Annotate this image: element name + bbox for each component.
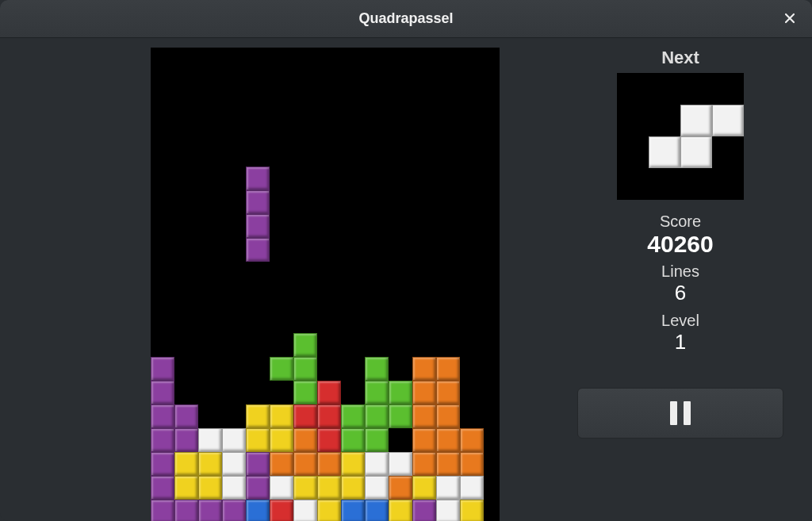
sidebar: Next Score 40260 Lines 6 Level 1 bbox=[549, 38, 812, 521]
block-white bbox=[365, 452, 389, 476]
block-yellow bbox=[412, 476, 436, 500]
content-area: Next Score 40260 Lines 6 Level 1 bbox=[0, 38, 812, 521]
block-yellow bbox=[246, 404, 270, 428]
block-yellow bbox=[317, 476, 341, 500]
block-purple bbox=[246, 452, 270, 476]
block-red bbox=[317, 428, 341, 452]
block-orange bbox=[460, 452, 484, 476]
block-yellow bbox=[341, 476, 365, 500]
block-purple bbox=[246, 167, 270, 190]
block-green bbox=[389, 404, 412, 428]
next-piece-preview bbox=[617, 73, 744, 200]
block-white bbox=[389, 452, 412, 476]
block-orange bbox=[412, 404, 436, 428]
block-yellow bbox=[198, 476, 222, 500]
block-blue bbox=[341, 500, 365, 521]
block-orange bbox=[389, 476, 412, 500]
close-icon bbox=[783, 10, 796, 29]
block-green bbox=[365, 357, 389, 381]
block-green bbox=[270, 357, 293, 381]
block-white bbox=[222, 452, 246, 476]
block-orange bbox=[412, 357, 436, 381]
block-green bbox=[341, 404, 365, 428]
block-white bbox=[436, 476, 460, 500]
block-white bbox=[222, 476, 246, 500]
block-yellow bbox=[246, 428, 270, 452]
level-value: 1 bbox=[675, 330, 686, 354]
block-green bbox=[341, 428, 365, 452]
block-orange bbox=[436, 381, 460, 404]
block-orange bbox=[412, 428, 436, 452]
block-purple bbox=[174, 500, 198, 521]
block-yellow bbox=[270, 404, 293, 428]
block-orange bbox=[436, 404, 460, 428]
block-purple bbox=[198, 500, 222, 521]
block-green bbox=[293, 357, 317, 381]
block-red bbox=[317, 404, 341, 428]
block-green bbox=[293, 381, 317, 404]
playfield-container bbox=[102, 38, 549, 521]
next-label: Next bbox=[661, 48, 699, 68]
block-white bbox=[680, 136, 712, 168]
block-orange bbox=[436, 428, 460, 452]
block-purple bbox=[151, 452, 174, 476]
block-purple bbox=[412, 500, 436, 521]
block-yellow bbox=[174, 476, 198, 500]
block-green bbox=[389, 381, 412, 404]
block-purple bbox=[246, 214, 270, 238]
block-purple bbox=[246, 238, 270, 262]
block-green bbox=[365, 428, 389, 452]
block-red bbox=[317, 381, 341, 404]
close-button[interactable] bbox=[779, 8, 801, 30]
block-yellow bbox=[293, 476, 317, 500]
block-white bbox=[222, 428, 246, 452]
score-label: Score bbox=[660, 213, 701, 231]
block-purple bbox=[151, 428, 174, 452]
block-blue bbox=[365, 500, 389, 521]
block-purple bbox=[246, 476, 270, 500]
block-green bbox=[365, 404, 389, 428]
block-yellow bbox=[174, 452, 198, 476]
block-green bbox=[365, 381, 389, 404]
block-green bbox=[293, 333, 317, 357]
block-white bbox=[293, 500, 317, 521]
block-purple bbox=[151, 381, 174, 404]
block-yellow bbox=[460, 500, 484, 521]
block-white bbox=[712, 105, 744, 136]
pause-button[interactable] bbox=[577, 388, 783, 439]
block-red bbox=[270, 500, 293, 521]
block-white bbox=[198, 428, 222, 452]
block-purple bbox=[151, 500, 174, 521]
block-white bbox=[436, 500, 460, 521]
block-orange bbox=[317, 452, 341, 476]
block-purple bbox=[151, 357, 174, 381]
block-purple bbox=[151, 476, 174, 500]
block-orange bbox=[412, 452, 436, 476]
block-yellow bbox=[317, 500, 341, 521]
block-orange bbox=[293, 428, 317, 452]
lines-value: 6 bbox=[675, 281, 686, 305]
block-red bbox=[293, 404, 317, 428]
block-blue bbox=[246, 500, 270, 521]
titlebar: Quadrapassel bbox=[0, 0, 812, 38]
block-yellow bbox=[389, 500, 412, 521]
level-label: Level bbox=[661, 312, 699, 330]
block-purple bbox=[151, 404, 174, 428]
block-white bbox=[460, 476, 484, 500]
block-purple bbox=[246, 190, 270, 214]
block-white bbox=[649, 136, 680, 168]
block-purple bbox=[174, 404, 198, 428]
block-yellow bbox=[341, 452, 365, 476]
score-value: 40260 bbox=[647, 231, 713, 258]
block-yellow bbox=[198, 452, 222, 476]
block-white bbox=[365, 476, 389, 500]
window-title: Quadrapassel bbox=[358, 10, 453, 27]
block-purple bbox=[222, 500, 246, 521]
block-yellow bbox=[270, 428, 293, 452]
block-white bbox=[270, 476, 293, 500]
block-white bbox=[680, 105, 712, 136]
block-orange bbox=[460, 428, 484, 452]
block-orange bbox=[412, 381, 436, 404]
block-orange bbox=[270, 452, 293, 476]
playfield[interactable] bbox=[151, 48, 500, 521]
